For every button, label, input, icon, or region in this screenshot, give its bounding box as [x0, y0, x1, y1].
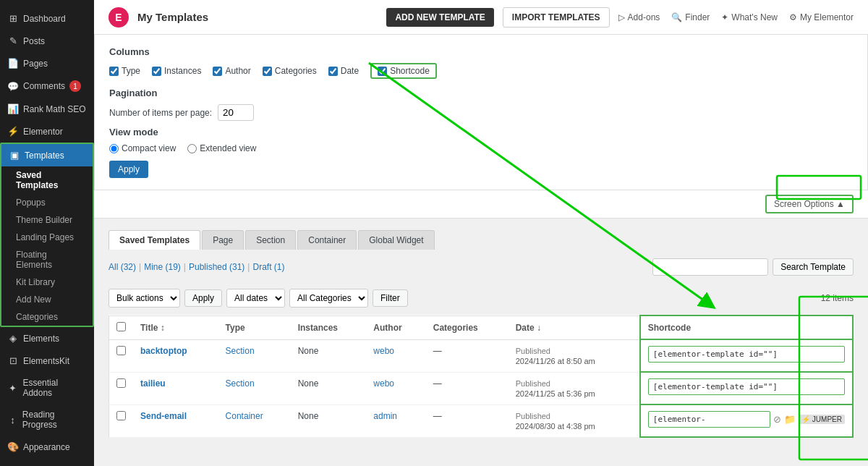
tab-section[interactable]: Section: [245, 230, 296, 250]
screen-options-apply-button[interactable]: Apply: [109, 161, 148, 178]
posts-icon: ✎: [7, 35, 19, 46]
col-categories-checkbox[interactable]: Categories: [263, 66, 317, 76]
table-row: backtoptop Section None webo — Published…: [109, 339, 854, 372]
finder-link[interactable]: 🔍 Finder: [671, 12, 710, 22]
sidebar-sub-popups[interactable]: Popups: [1, 194, 93, 211]
shortcode-box-2[interactable]: [elementor-template id=""]: [648, 378, 845, 395]
sidebar-sub-landing-pages[interactable]: Landing Pages: [1, 229, 93, 246]
sidebar-item-essential-addons[interactable]: ✦ Essential Addons: [0, 372, 94, 404]
filter-draft[interactable]: Draft (1): [252, 262, 284, 272]
sidebar-item-comments[interactable]: 💬 Comments 1: [0, 75, 94, 98]
col-instances-header: Instances: [291, 315, 367, 339]
shortcode-box-1[interactable]: [elementor-template id=""]: [648, 346, 845, 363]
col-type-input[interactable]: [109, 67, 119, 76]
sidebar-item-elementskit[interactable]: ⊡ ElementsKit: [0, 350, 94, 372]
search-bar: Search Template: [652, 258, 854, 276]
my-elementor-link[interactable]: ⚙ My Elementor: [789, 12, 854, 22]
col-date-input[interactable]: [328, 67, 338, 76]
addons-link[interactable]: ▷ Add-ons: [618, 12, 660, 22]
sidebar-sub-saved-templates[interactable]: Saved Templates: [1, 166, 93, 194]
shortcode-box-3[interactable]: [elementor-: [648, 411, 770, 428]
search-template-button[interactable]: Search Template: [773, 258, 854, 276]
sidebar-sub-theme-builder[interactable]: Theme Builder: [1, 211, 93, 229]
type-link-3[interactable]: Container: [226, 411, 263, 421]
row-select-3[interactable]: [116, 411, 126, 420]
date-val-2: 2024/11/25 at 5:36 pm: [516, 389, 595, 398]
sidebar-item-elements[interactable]: ◈ Elements: [0, 327, 94, 350]
col-instances-input[interactable]: [152, 67, 161, 76]
author-link-2[interactable]: webo: [373, 378, 394, 389]
tab-global-widget[interactable]: Global Widget: [358, 230, 434, 250]
tab-saved-templates[interactable]: Saved Templates: [109, 230, 200, 250]
essential-addons-icon: ✦: [7, 383, 18, 394]
col-date-checkbox[interactable]: Date: [328, 66, 359, 76]
extended-view-radio[interactable]: Extended view: [187, 143, 256, 153]
rankmathseo-icon: 📊: [7, 103, 19, 114]
row-select-1[interactable]: [116, 346, 126, 355]
filter-all[interactable]: All (32): [109, 262, 136, 272]
bulk-apply-button[interactable]: Apply: [184, 289, 222, 307]
template-title-link-3[interactable]: Send-email: [140, 411, 187, 421]
dates-select[interactable]: All dates: [226, 289, 285, 308]
row-categories-3: —: [426, 404, 509, 437]
filter-published[interactable]: Published (31): [189, 262, 244, 272]
filter-button[interactable]: Filter: [373, 289, 408, 307]
sidebar-label-elementskit: ElementsKit: [23, 356, 69, 366]
col-categories-input[interactable]: [263, 67, 272, 76]
author-link-1[interactable]: webo: [373, 346, 394, 356]
compact-view-input[interactable]: [109, 144, 119, 153]
topbar: E My Templates ADD NEW TEMPLATE IMPORT T…: [94, 0, 868, 35]
col-author-checkbox[interactable]: Author: [213, 66, 250, 76]
col-shortcode-checkbox[interactable]: Shortcode: [370, 63, 437, 79]
template-title-link-2[interactable]: tailieu: [140, 378, 166, 389]
row-author-3: admin: [366, 404, 425, 437]
select-all-checkbox[interactable]: [116, 322, 126, 331]
author-link-3[interactable]: admin: [373, 411, 397, 421]
sidebar-sub-floating-elements[interactable]: Floating Elements: [1, 246, 93, 274]
row-author-2: webo: [366, 372, 425, 404]
import-templates-button[interactable]: IMPORT TEMPLATES: [503, 7, 610, 27]
sidebar-item-posts[interactable]: ✎ Posts: [0, 30, 94, 52]
jumper-badge: ⚡ JUMPER: [799, 415, 845, 424]
sidebar-item-reading-progress[interactable]: ↕ Reading Progress: [0, 404, 94, 436]
action-bar: Bulk actions Apply All dates All Categor…: [109, 289, 854, 308]
col-author-input[interactable]: [213, 67, 222, 76]
date-status-1: Published: [516, 347, 550, 355]
per-page-input[interactable]: [218, 104, 254, 121]
col-type-checkbox[interactable]: Type: [109, 66, 140, 76]
tab-container[interactable]: Container: [297, 230, 357, 250]
elementor-icon: ⚡: [7, 126, 19, 137]
row-icon-folder[interactable]: 📁: [784, 414, 796, 425]
type-link-1[interactable]: Section: [226, 346, 255, 356]
type-link-2[interactable]: Section: [226, 378, 255, 389]
row-instances-3: None: [291, 404, 367, 437]
search-input[interactable]: [652, 258, 768, 276]
sidebar-item-templates[interactable]: ▣ Templates: [1, 144, 93, 166]
add-new-template-button[interactable]: ADD NEW TEMPLATE: [386, 8, 493, 27]
extended-view-input[interactable]: [187, 144, 197, 153]
sidebar-sub-add-new[interactable]: Add New: [1, 291, 93, 308]
sidebar-item-rankmathseo[interactable]: 📊 Rank Math SEO: [0, 98, 94, 120]
sidebar-sub-kit-library[interactable]: Kit Library: [1, 274, 93, 291]
items-count: 12 items: [821, 293, 854, 303]
screen-options-button[interactable]: Screen Options ▲: [765, 195, 854, 213]
compact-view-radio[interactable]: Compact view: [109, 143, 176, 153]
col-instances-checkbox[interactable]: Instances: [152, 66, 201, 76]
whats-new-link[interactable]: ✦ What's New: [721, 12, 778, 22]
sidebar-sub-categories[interactable]: Categories: [1, 308, 93, 326]
sidebar-item-elementor[interactable]: ⚡ Elementor: [0, 120, 94, 143]
row-icon-edit[interactable]: ⊘: [773, 414, 781, 425]
sidebar-item-pages[interactable]: 📄 Pages: [0, 52, 94, 75]
col-shortcode-input[interactable]: [378, 67, 387, 76]
row-select-2[interactable]: [116, 378, 126, 388]
template-title-link-1[interactable]: backtoptop: [140, 346, 187, 356]
sidebar-item-appearance[interactable]: 🎨 Appearance: [0, 436, 94, 458]
reading-progress-icon: ↕: [7, 415, 18, 425]
row-date-3: Published 2024/08/30 at 4:38 pm: [509, 404, 640, 437]
sidebar-item-dashboard[interactable]: ⊞ Dashboard: [0, 7, 94, 30]
columns-row: Type Instances Author Categories Date Sh…: [109, 63, 853, 79]
bulk-actions-select[interactable]: Bulk actions: [109, 289, 180, 308]
categories-select[interactable]: All Categories: [289, 289, 368, 308]
filter-mine[interactable]: Mine (19): [144, 262, 181, 272]
tab-page[interactable]: Page: [202, 230, 244, 250]
